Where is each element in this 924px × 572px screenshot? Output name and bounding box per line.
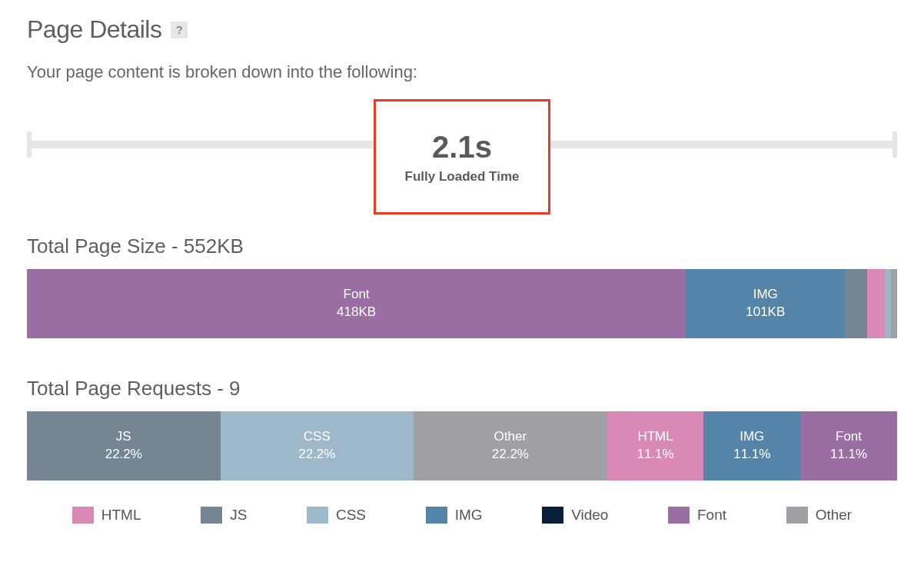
legend-swatch: [542, 507, 563, 524]
segment-value: 11.1%: [636, 446, 673, 464]
segment-font[interactable]: Font418KB: [27, 269, 686, 338]
segment-label: IMG: [753, 286, 778, 304]
segment-value: 101KB: [746, 304, 785, 321]
segment-value: 22.2%: [298, 446, 335, 464]
page-requests-bar: JS22.2%CSS22.2%Other22.2%HTML11.1%IMG11.…: [27, 411, 897, 481]
page-size-title: Total Page Size - 552KB: [27, 234, 897, 258]
segment-img[interactable]: IMG11.1%: [703, 411, 800, 481]
legend-item-other[interactable]: Other: [786, 507, 853, 524]
segment-font[interactable]: Font11.1%: [800, 411, 897, 481]
legend-label: Video: [571, 507, 608, 524]
legend-item-video[interactable]: Video: [542, 507, 608, 524]
segment-other[interactable]: [891, 269, 897, 338]
legend-item-js[interactable]: JS: [201, 507, 247, 524]
segment-css[interactable]: CSS22.2%: [221, 411, 414, 481]
segment-label: JS: [116, 428, 131, 446]
segment-css[interactable]: [885, 269, 891, 338]
legend-label: JS: [230, 507, 247, 524]
legend-label: Other: [816, 507, 853, 524]
legend-swatch: [786, 507, 808, 524]
page-requests-title: Total Page Requests - 9: [27, 377, 897, 401]
segment-label: CSS: [304, 428, 331, 446]
legend-item-img[interactable]: IMG: [426, 507, 483, 524]
fully-loaded-time-label: Fully Loaded Time: [405, 169, 520, 185]
segment-label: HTML: [637, 428, 673, 446]
segment-value: 11.1%: [733, 446, 770, 464]
help-icon[interactable]: ?: [171, 22, 188, 38]
segment-label: IMG: [740, 428, 764, 446]
segment-html[interactable]: HTML11.1%: [607, 411, 704, 481]
page-title: Page Details: [27, 15, 161, 44]
legend: HTMLJSCSSIMGVideoFontOther: [27, 507, 897, 524]
segment-value: 11.1%: [830, 446, 867, 464]
timeline-cap-left: [27, 131, 32, 158]
segment-html[interactable]: [867, 269, 885, 338]
page-size-bar: Font418KBIMG101KB: [27, 269, 897, 338]
legend-swatch: [307, 507, 328, 524]
legend-swatch: [426, 507, 447, 524]
segment-value: 418KB: [337, 304, 376, 321]
legend-swatch: [72, 507, 94, 524]
timeline-cap-right: [892, 131, 897, 158]
legend-label: HTML: [101, 507, 141, 524]
legend-item-font[interactable]: Font: [668, 507, 726, 524]
legend-label: IMG: [455, 507, 483, 524]
segment-img[interactable]: IMG101KB: [686, 269, 845, 338]
segment-js[interactable]: [845, 269, 867, 338]
legend-swatch: [668, 507, 690, 524]
legend-label: Font: [697, 507, 726, 524]
segment-label: Other: [494, 428, 527, 446]
legend-swatch: [201, 507, 222, 524]
legend-item-html[interactable]: HTML: [72, 507, 141, 524]
segment-label: Font: [344, 286, 370, 304]
fully-loaded-time-value: 2.1s: [432, 130, 492, 165]
legend-item-css[interactable]: CSS: [307, 507, 366, 524]
segment-js[interactable]: JS22.2%: [27, 411, 221, 481]
segment-label: Font: [836, 428, 862, 446]
page-subtitle: Your page content is broken down into th…: [27, 62, 897, 82]
segment-value: 22.2%: [492, 446, 529, 464]
segment-other[interactable]: Other22.2%: [414, 411, 607, 481]
legend-label: CSS: [336, 507, 366, 524]
segment-value: 22.2%: [105, 446, 142, 464]
fully-loaded-time-box: 2.1s Fully Loaded Time: [374, 99, 550, 214]
load-timeline: 2.1s Fully Loaded Time: [27, 105, 897, 190]
